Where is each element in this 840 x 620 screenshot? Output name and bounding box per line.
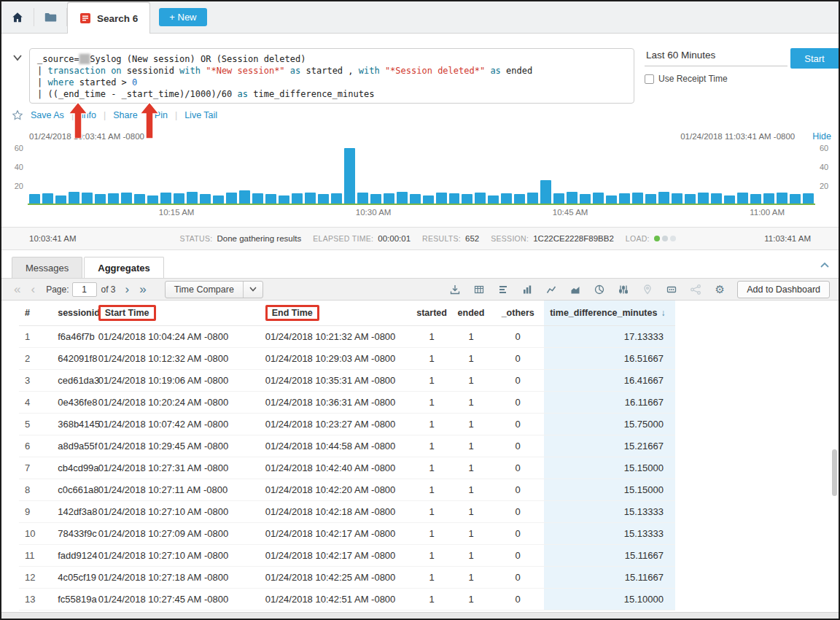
histogram-bar[interactable] bbox=[724, 195, 735, 204]
histogram-bar[interactable] bbox=[737, 193, 748, 204]
histogram-bar[interactable] bbox=[95, 194, 106, 204]
histogram-bar[interactable] bbox=[514, 194, 525, 204]
histogram-bar[interactable] bbox=[698, 193, 709, 204]
last-page-button[interactable]: » bbox=[134, 283, 151, 295]
table-row[interactable]: 9142df3a801/24/2018 10:27:10 AM -080001/… bbox=[19, 500, 675, 522]
settings-sliders-icon[interactable] bbox=[616, 282, 631, 297]
histogram-bar[interactable] bbox=[108, 193, 119, 204]
histogram-bar[interactable] bbox=[55, 195, 66, 204]
page-number-input[interactable] bbox=[72, 282, 97, 297]
column-header-sessionid[interactable]: sessionid bbox=[52, 301, 92, 325]
hide-histogram-link[interactable]: Hide bbox=[812, 131, 831, 142]
histogram-bar[interactable] bbox=[331, 193, 342, 204]
next-page-button[interactable]: › bbox=[120, 283, 135, 295]
histogram-bar[interactable] bbox=[567, 192, 578, 204]
favorite-star-icon[interactable] bbox=[12, 109, 23, 121]
histogram-bar[interactable] bbox=[790, 194, 801, 204]
prev-page-button[interactable]: ‹ bbox=[26, 283, 40, 295]
histogram-bar[interactable] bbox=[632, 193, 643, 204]
histogram-bar[interactable] bbox=[226, 193, 237, 204]
histogram-bar[interactable] bbox=[397, 192, 408, 204]
histogram-bar[interactable] bbox=[318, 194, 329, 204]
histogram-bar[interactable] bbox=[187, 192, 198, 204]
histogram-bar[interactable] bbox=[436, 193, 447, 204]
histogram-bar[interactable] bbox=[29, 194, 40, 204]
table-row[interactable]: 2642091f801/24/2018 10:12:32 AM -080001/… bbox=[19, 347, 675, 369]
tab-messages[interactable]: Messages bbox=[12, 257, 82, 278]
histogram-bar[interactable] bbox=[763, 193, 774, 204]
histogram-bar[interactable] bbox=[265, 194, 276, 204]
table-row[interactable]: 8c0c661a801/24/2018 10:27:11 AM -080001/… bbox=[19, 478, 675, 500]
histogram-bar[interactable] bbox=[527, 193, 538, 204]
histogram-bar[interactable] bbox=[42, 193, 53, 204]
table-row[interactable]: 13fc55819a01/24/2018 10:27:45 AM -080001… bbox=[19, 588, 675, 610]
home-button[interactable] bbox=[1, 1, 34, 33]
histogram-bar[interactable] bbox=[239, 190, 250, 204]
use-receipt-time-toggle[interactable]: Use Receipt Time bbox=[645, 74, 788, 84]
histogram-bar[interactable] bbox=[410, 194, 421, 204]
histogram-bar[interactable] bbox=[619, 193, 630, 204]
column-header--[interactable]: # bbox=[19, 301, 52, 325]
histogram-bar[interactable] bbox=[423, 195, 434, 204]
table-row[interactable]: 11fadd912401/24/2018 10:27:10 AM -080001… bbox=[19, 544, 675, 566]
histogram-bar[interactable] bbox=[449, 193, 460, 204]
histogram-bar[interactable] bbox=[370, 194, 381, 204]
column-header-started[interactable]: started bbox=[413, 301, 450, 325]
download-icon[interactable] bbox=[448, 282, 462, 297]
time-compare-menu-button[interactable] bbox=[243, 282, 262, 298]
table-row[interactable]: 3ced61da301/24/2018 10:19:06 AM -080001/… bbox=[19, 369, 675, 391]
start-search-button[interactable]: Start bbox=[790, 48, 839, 69]
line-chart-icon[interactable] bbox=[544, 282, 559, 297]
column-header-time_difference_minutes[interactable]: time_difference_minutes↓ bbox=[544, 301, 675, 325]
table-row[interactable]: 1078433f9c01/24/2018 10:27:09 AM -080001… bbox=[19, 522, 675, 544]
table-row[interactable]: 5368b414501/24/2018 10:07:42 AM -080001/… bbox=[19, 413, 675, 435]
new-button[interactable]: + New bbox=[159, 8, 206, 26]
query-editor[interactable]: _source=██Syslog (New session) OR (Sessi… bbox=[29, 48, 634, 104]
histogram-bar[interactable] bbox=[292, 193, 303, 204]
receipt-time-checkbox[interactable] bbox=[645, 74, 654, 84]
histogram-bar[interactable] bbox=[606, 195, 617, 204]
query-collapse-button[interactable] bbox=[12, 51, 23, 64]
histogram-bar[interactable] bbox=[645, 194, 656, 204]
histogram-bar[interactable] bbox=[475, 193, 486, 204]
action-link-save-as[interactable]: Save As bbox=[31, 110, 64, 120]
vertical-scrollbar[interactable] bbox=[832, 303, 837, 608]
panel-collapse-button[interactable] bbox=[820, 259, 830, 272]
histogram-bar[interactable] bbox=[685, 194, 696, 204]
histogram-bar[interactable] bbox=[69, 192, 79, 204]
histogram-bar[interactable] bbox=[672, 193, 682, 204]
histogram-bar[interactable] bbox=[174, 193, 184, 204]
histogram-bar[interactable] bbox=[252, 193, 263, 204]
add-to-dashboard-button[interactable]: Add to Dashboard bbox=[737, 281, 830, 298]
histogram-bar[interactable] bbox=[147, 195, 158, 204]
histogram-bar[interactable] bbox=[553, 193, 564, 204]
table-row[interactable]: 124c05cf1901/24/2018 10:27:18 AM -080001… bbox=[19, 566, 675, 588]
map-pin-icon[interactable] bbox=[640, 282, 655, 297]
histogram-bar[interactable] bbox=[501, 193, 512, 204]
library-button[interactable] bbox=[34, 1, 66, 33]
first-page-button[interactable]: « bbox=[9, 283, 26, 295]
tab-search-6[interactable]: Search 6 bbox=[67, 1, 150, 34]
histogram-bar[interactable] bbox=[658, 192, 669, 204]
table-row[interactable]: 40e436fe801/24/2018 10:20:24 AM -080001/… bbox=[19, 391, 675, 413]
time-range-dropdown[interactable]: Last 60 Minutes bbox=[645, 47, 788, 66]
pie-chart-icon[interactable] bbox=[592, 282, 607, 297]
column-header-_others[interactable]: _others bbox=[491, 301, 544, 325]
histogram-bar[interactable] bbox=[593, 193, 604, 204]
column-chart-icon[interactable] bbox=[520, 282, 534, 297]
histogram-bar[interactable] bbox=[384, 193, 394, 204]
histogram-bar[interactable] bbox=[160, 193, 171, 204]
column-header-end-time[interactable]: End Time bbox=[260, 301, 413, 325]
histogram-bar[interactable] bbox=[200, 194, 211, 204]
histogram-bar[interactable] bbox=[82, 193, 93, 204]
column-header-ended[interactable]: ended bbox=[451, 301, 492, 325]
histogram-bar[interactable] bbox=[279, 195, 289, 204]
histogram-bar[interactable] bbox=[540, 180, 551, 204]
tab-aggregates[interactable]: Aggregates bbox=[84, 257, 164, 278]
histogram-bar[interactable] bbox=[711, 193, 722, 204]
bar-chart-horizontal-icon[interactable] bbox=[496, 282, 510, 297]
histogram-bar[interactable] bbox=[344, 148, 355, 204]
histogram-bar[interactable] bbox=[580, 194, 591, 204]
area-chart-icon[interactable] bbox=[568, 282, 583, 297]
histogram-bar[interactable] bbox=[777, 193, 788, 204]
